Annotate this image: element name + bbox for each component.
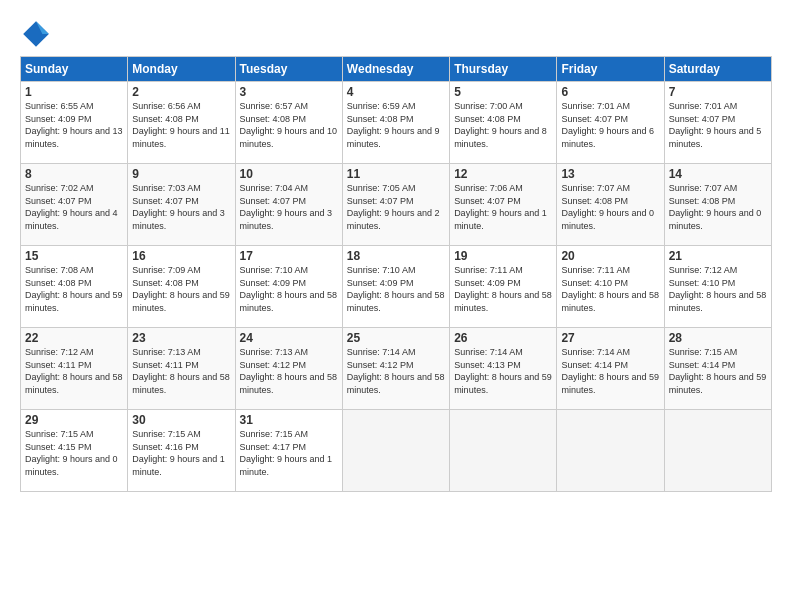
- day-number: 12: [454, 167, 552, 181]
- calendar-cell: 31 Sunrise: 7:15 AM Sunset: 4:17 PM Dayl…: [235, 410, 342, 492]
- day-detail: Sunrise: 7:11 AM Sunset: 4:09 PM Dayligh…: [454, 264, 552, 314]
- day-detail: Sunrise: 7:13 AM Sunset: 4:11 PM Dayligh…: [132, 346, 230, 396]
- calendar-week-row: 22 Sunrise: 7:12 AM Sunset: 4:11 PM Dayl…: [21, 328, 772, 410]
- day-number: 18: [347, 249, 445, 263]
- day-detail: Sunrise: 7:15 AM Sunset: 4:17 PM Dayligh…: [240, 428, 338, 478]
- calendar-cell: 20 Sunrise: 7:11 AM Sunset: 4:10 PM Dayl…: [557, 246, 664, 328]
- day-number: 14: [669, 167, 767, 181]
- calendar-cell: 13 Sunrise: 7:07 AM Sunset: 4:08 PM Dayl…: [557, 164, 664, 246]
- day-detail: Sunrise: 6:59 AM Sunset: 4:08 PM Dayligh…: [347, 100, 445, 150]
- day-number: 27: [561, 331, 659, 345]
- calendar-cell: 9 Sunrise: 7:03 AM Sunset: 4:07 PM Dayli…: [128, 164, 235, 246]
- header: [20, 18, 772, 50]
- day-detail: Sunrise: 7:01 AM Sunset: 4:07 PM Dayligh…: [561, 100, 659, 150]
- day-detail: Sunrise: 7:09 AM Sunset: 4:08 PM Dayligh…: [132, 264, 230, 314]
- calendar-cell: 18 Sunrise: 7:10 AM Sunset: 4:09 PM Dayl…: [342, 246, 449, 328]
- calendar-day-header: Wednesday: [342, 57, 449, 82]
- day-number: 31: [240, 413, 338, 427]
- day-detail: Sunrise: 6:55 AM Sunset: 4:09 PM Dayligh…: [25, 100, 123, 150]
- calendar-cell: 7 Sunrise: 7:01 AM Sunset: 4:07 PM Dayli…: [664, 82, 771, 164]
- day-detail: Sunrise: 7:11 AM Sunset: 4:10 PM Dayligh…: [561, 264, 659, 314]
- calendar-cell: 8 Sunrise: 7:02 AM Sunset: 4:07 PM Dayli…: [21, 164, 128, 246]
- day-number: 19: [454, 249, 552, 263]
- day-number: 30: [132, 413, 230, 427]
- logo: [20, 18, 56, 50]
- calendar-cell: 3 Sunrise: 6:57 AM Sunset: 4:08 PM Dayli…: [235, 82, 342, 164]
- calendar-cell: 5 Sunrise: 7:00 AM Sunset: 4:08 PM Dayli…: [450, 82, 557, 164]
- day-detail: Sunrise: 7:02 AM Sunset: 4:07 PM Dayligh…: [25, 182, 123, 232]
- day-number: 4: [347, 85, 445, 99]
- day-detail: Sunrise: 7:04 AM Sunset: 4:07 PM Dayligh…: [240, 182, 338, 232]
- calendar-day-header: Tuesday: [235, 57, 342, 82]
- day-number: 9: [132, 167, 230, 181]
- calendar-cell: 1 Sunrise: 6:55 AM Sunset: 4:09 PM Dayli…: [21, 82, 128, 164]
- calendar-cell: 23 Sunrise: 7:13 AM Sunset: 4:11 PM Dayl…: [128, 328, 235, 410]
- day-number: 16: [132, 249, 230, 263]
- day-detail: Sunrise: 7:15 AM Sunset: 4:15 PM Dayligh…: [25, 428, 123, 478]
- day-number: 25: [347, 331, 445, 345]
- day-number: 8: [25, 167, 123, 181]
- calendar-cell: 14 Sunrise: 7:07 AM Sunset: 4:08 PM Dayl…: [664, 164, 771, 246]
- day-detail: Sunrise: 7:10 AM Sunset: 4:09 PM Dayligh…: [347, 264, 445, 314]
- day-detail: Sunrise: 7:14 AM Sunset: 4:12 PM Dayligh…: [347, 346, 445, 396]
- calendar-cell: 11 Sunrise: 7:05 AM Sunset: 4:07 PM Dayl…: [342, 164, 449, 246]
- day-detail: Sunrise: 6:56 AM Sunset: 4:08 PM Dayligh…: [132, 100, 230, 150]
- calendar-cell: 24 Sunrise: 7:13 AM Sunset: 4:12 PM Dayl…: [235, 328, 342, 410]
- calendar-cell: 22 Sunrise: 7:12 AM Sunset: 4:11 PM Dayl…: [21, 328, 128, 410]
- day-number: 5: [454, 85, 552, 99]
- calendar-cell: 6 Sunrise: 7:01 AM Sunset: 4:07 PM Dayli…: [557, 82, 664, 164]
- day-detail: Sunrise: 7:12 AM Sunset: 4:11 PM Dayligh…: [25, 346, 123, 396]
- day-detail: Sunrise: 7:14 AM Sunset: 4:14 PM Dayligh…: [561, 346, 659, 396]
- logo-icon: [20, 18, 52, 50]
- day-detail: Sunrise: 7:15 AM Sunset: 4:16 PM Dayligh…: [132, 428, 230, 478]
- calendar-cell: 10 Sunrise: 7:04 AM Sunset: 4:07 PM Dayl…: [235, 164, 342, 246]
- day-number: 2: [132, 85, 230, 99]
- calendar-cell: 15 Sunrise: 7:08 AM Sunset: 4:08 PM Dayl…: [21, 246, 128, 328]
- calendar: SundayMondayTuesdayWednesdayThursdayFrid…: [20, 56, 772, 492]
- calendar-cell: 4 Sunrise: 6:59 AM Sunset: 4:08 PM Dayli…: [342, 82, 449, 164]
- calendar-cell: 19 Sunrise: 7:11 AM Sunset: 4:09 PM Dayl…: [450, 246, 557, 328]
- day-number: 22: [25, 331, 123, 345]
- page: SundayMondayTuesdayWednesdayThursdayFrid…: [0, 0, 792, 502]
- day-detail: Sunrise: 7:14 AM Sunset: 4:13 PM Dayligh…: [454, 346, 552, 396]
- day-detail: Sunrise: 7:15 AM Sunset: 4:14 PM Dayligh…: [669, 346, 767, 396]
- day-number: 10: [240, 167, 338, 181]
- day-detail: Sunrise: 7:05 AM Sunset: 4:07 PM Dayligh…: [347, 182, 445, 232]
- day-detail: Sunrise: 6:57 AM Sunset: 4:08 PM Dayligh…: [240, 100, 338, 150]
- day-number: 1: [25, 85, 123, 99]
- day-number: 3: [240, 85, 338, 99]
- day-detail: Sunrise: 7:08 AM Sunset: 4:08 PM Dayligh…: [25, 264, 123, 314]
- day-number: 21: [669, 249, 767, 263]
- calendar-cell: 12 Sunrise: 7:06 AM Sunset: 4:07 PM Dayl…: [450, 164, 557, 246]
- day-detail: Sunrise: 7:01 AM Sunset: 4:07 PM Dayligh…: [669, 100, 767, 150]
- day-number: 24: [240, 331, 338, 345]
- day-detail: Sunrise: 7:10 AM Sunset: 4:09 PM Dayligh…: [240, 264, 338, 314]
- calendar-day-header: Monday: [128, 57, 235, 82]
- calendar-cell: 2 Sunrise: 6:56 AM Sunset: 4:08 PM Dayli…: [128, 82, 235, 164]
- calendar-cell: [342, 410, 449, 492]
- day-detail: Sunrise: 7:07 AM Sunset: 4:08 PM Dayligh…: [561, 182, 659, 232]
- calendar-cell: 26 Sunrise: 7:14 AM Sunset: 4:13 PM Dayl…: [450, 328, 557, 410]
- calendar-cell: 25 Sunrise: 7:14 AM Sunset: 4:12 PM Dayl…: [342, 328, 449, 410]
- day-detail: Sunrise: 7:07 AM Sunset: 4:08 PM Dayligh…: [669, 182, 767, 232]
- calendar-header-row: SundayMondayTuesdayWednesdayThursdayFrid…: [21, 57, 772, 82]
- day-number: 28: [669, 331, 767, 345]
- day-detail: Sunrise: 7:03 AM Sunset: 4:07 PM Dayligh…: [132, 182, 230, 232]
- day-number: 17: [240, 249, 338, 263]
- day-detail: Sunrise: 7:06 AM Sunset: 4:07 PM Dayligh…: [454, 182, 552, 232]
- calendar-day-header: Saturday: [664, 57, 771, 82]
- day-detail: Sunrise: 7:13 AM Sunset: 4:12 PM Dayligh…: [240, 346, 338, 396]
- calendar-week-row: 15 Sunrise: 7:08 AM Sunset: 4:08 PM Dayl…: [21, 246, 772, 328]
- day-number: 6: [561, 85, 659, 99]
- day-detail: Sunrise: 7:12 AM Sunset: 4:10 PM Dayligh…: [669, 264, 767, 314]
- calendar-cell: 27 Sunrise: 7:14 AM Sunset: 4:14 PM Dayl…: [557, 328, 664, 410]
- calendar-day-header: Sunday: [21, 57, 128, 82]
- calendar-cell: 29 Sunrise: 7:15 AM Sunset: 4:15 PM Dayl…: [21, 410, 128, 492]
- calendar-day-header: Thursday: [450, 57, 557, 82]
- day-number: 23: [132, 331, 230, 345]
- calendar-cell: 21 Sunrise: 7:12 AM Sunset: 4:10 PM Dayl…: [664, 246, 771, 328]
- calendar-cell: [557, 410, 664, 492]
- day-number: 7: [669, 85, 767, 99]
- day-number: 26: [454, 331, 552, 345]
- day-number: 20: [561, 249, 659, 263]
